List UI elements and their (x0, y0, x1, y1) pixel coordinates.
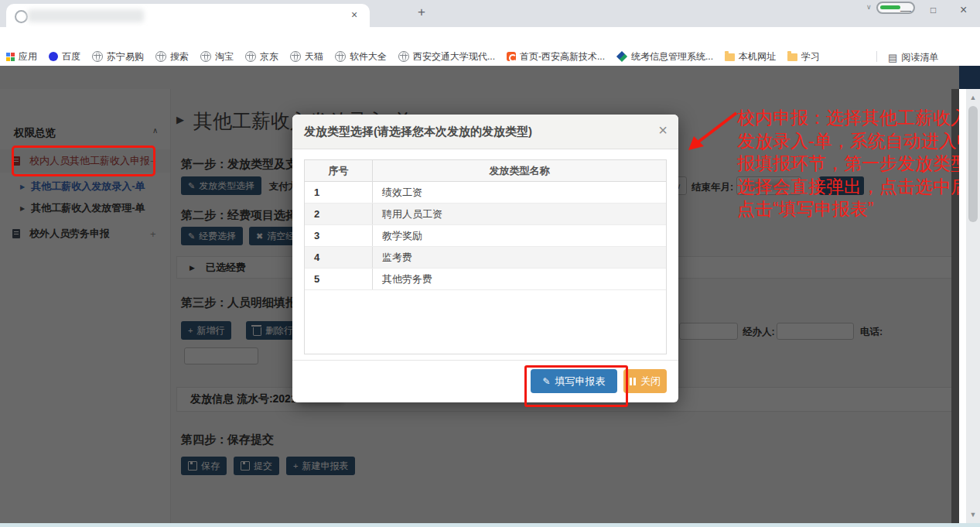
modal-close-icon[interactable]: × (658, 121, 668, 139)
scroll-down-icon[interactable]: ▼ (966, 511, 980, 518)
globe-icon (200, 51, 211, 62)
browser-tab[interactable]: × (6, 4, 370, 27)
bookmark-item[interactable]: 百度 (49, 50, 80, 63)
bookmark-item[interactable]: 本机网址 (725, 50, 776, 63)
bookmark-apps[interactable]: 应用 (6, 50, 37, 63)
recording-progress (880, 5, 900, 9)
reading-list-icon: ▤ (888, 52, 897, 63)
new-tab-button[interactable]: + (418, 5, 425, 20)
payout-type-modal: 发放类型选择(请选择您本次发放的发放类型) × 序号 发放类型名称 1绩效工资 … (292, 115, 678, 402)
browser-scrollbar[interactable]: ▲ ▼ (966, 89, 980, 523)
annotation-rect-fill-button (524, 365, 628, 407)
table-row[interactable]: 5其他劳务费 (305, 269, 666, 290)
scrollbar-gutter (959, 89, 966, 523)
globe-icon (245, 51, 256, 62)
globe-icon (335, 51, 346, 62)
payout-type-table: 序号 发放类型名称 1绩效工资 2聘用人员工资 3教学奖励 4监考费 5其他劳务… (304, 159, 667, 354)
globe-icon (92, 51, 103, 62)
table-header-row: 序号 发放类型名称 (305, 160, 666, 182)
apps-grid-icon (6, 53, 15, 61)
scroll-up-icon[interactable]: ▲ (966, 94, 980, 101)
globe-icon (398, 51, 409, 62)
bookmark-item[interactable]: 软件大全 (335, 50, 387, 63)
globe-icon (155, 51, 166, 62)
reading-list-button[interactable]: ▤ 阅读清单 (888, 51, 938, 64)
pause-icon (630, 378, 636, 385)
bookmark-item[interactable]: 首页-西安高新技术... (507, 50, 605, 63)
annotation-rect-sidebar (12, 145, 155, 176)
table-row[interactable]: 1绩效工资 (305, 182, 666, 204)
widget-chevron-icon[interactable]: ∨ (866, 3, 872, 11)
table-row[interactable]: 4监考费 (305, 247, 666, 269)
scrollbar-thumb[interactable] (968, 106, 978, 222)
col-header-no: 序号 (305, 160, 373, 181)
site-icon (507, 52, 516, 61)
annotation-arrow (681, 107, 743, 155)
bookmark-item[interactable]: 京东 (245, 50, 278, 63)
modal-close-button[interactable]: 关闭 (623, 369, 667, 393)
browser-toolbar: ← → ↻ ▲ 不安全 ☆ ⋮ (0, 27, 980, 47)
bookmark-item[interactable]: 天猫 (290, 50, 323, 63)
bookmark-item[interactable]: 学习 (787, 50, 820, 63)
divider (876, 51, 877, 62)
window-close-button[interactable]: × (960, 3, 967, 17)
diamond-icon (616, 51, 627, 62)
annotation-text: 校内申报：选择其他工薪收入 发放录入-单，系统自动进入申 报填报环节，第一步发放… (737, 107, 975, 221)
bookmark-item[interactable]: 西安交通大学现代... (398, 50, 495, 63)
modal-title: 发放类型选择(请选择您本次发放的发放类型) (304, 125, 532, 139)
window-restore-button[interactable]: □ (930, 5, 936, 15)
modal-header: 发放类型选择(请选择您本次发放的发放类型) × (292, 115, 678, 149)
folder-icon (787, 53, 797, 61)
window-minimize-button[interactable]: — (900, 4, 911, 16)
folder-icon (725, 53, 735, 61)
bottom-edge-strip (0, 523, 980, 527)
col-header-name: 发放类型名称 (373, 160, 666, 181)
browser-tab-bar: × + ∨ — □ × (0, 0, 980, 27)
table-row[interactable]: 3教学奖励 (305, 225, 666, 247)
bookmarks-bar: 应用 百度 苏宁易购 搜索 淘宝 京东 天猫 软件大全 西安交通大学现代... … (0, 47, 980, 67)
table-row[interactable]: 2聘用人员工资 (305, 204, 666, 225)
bookmark-item[interactable]: 淘宝 (200, 50, 234, 63)
tab-favicon-icon (15, 10, 28, 23)
tab-title-redacted (28, 9, 144, 22)
globe-icon (290, 51, 301, 62)
bookmark-item[interactable]: 搜索 (155, 50, 189, 63)
bookmark-item[interactable]: 苏宁易购 (92, 50, 144, 63)
tab-close-icon[interactable]: × (351, 9, 357, 21)
baidu-icon (49, 52, 58, 61)
bookmark-item[interactable]: 统考信息管理系统... (616, 50, 713, 63)
